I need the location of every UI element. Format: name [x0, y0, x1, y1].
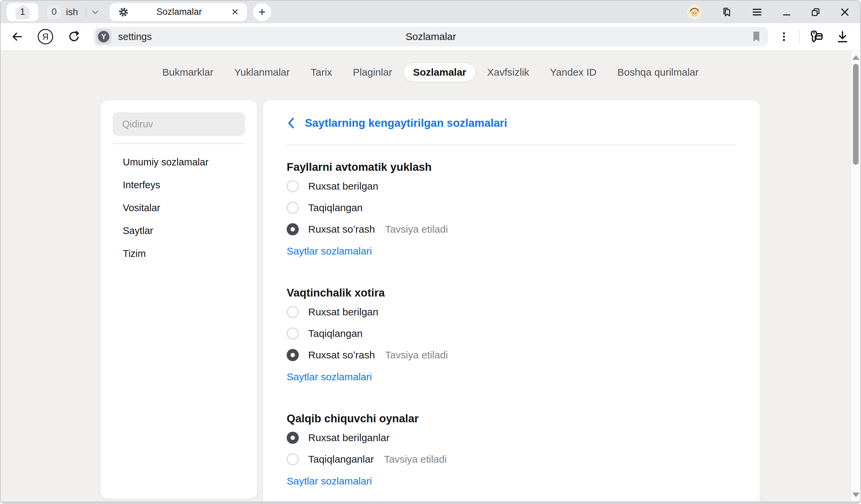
radio-icon[interactable]	[287, 180, 299, 192]
radio-icon[interactable]	[287, 327, 299, 340]
back-icon[interactable]	[11, 30, 24, 43]
work-tabs-count: 0	[47, 5, 61, 19]
chevron-down-icon[interactable]	[91, 8, 99, 16]
divider	[287, 144, 736, 145]
settings-main-panel: Saytlarning kengaytirilgan sozlamalari F…	[263, 100, 760, 501]
radio-label[interactable]: Ruxsat soʻrash	[308, 349, 375, 361]
new-tab-button[interactable]: +	[253, 3, 271, 21]
page-heading[interactable]: Saytlarning kengaytirilgan sozlamalari	[287, 116, 736, 130]
chevron-left-icon[interactable]	[287, 117, 296, 129]
site-badge-icon: Y	[98, 31, 109, 42]
radio-option[interactable]: Taqiqlanganlar Tavsiya etiladi	[287, 452, 736, 467]
section-title: Vaqtinchalik xotira	[287, 286, 736, 299]
tab-plaginlar[interactable]: Plaginlar	[344, 63, 401, 81]
radio-option[interactable]: Ruxsat soʻrash Tavsiya etiladi	[287, 222, 736, 237]
radio-option[interactable]: Ruxsat soʻrash Tavsiya etiladi	[287, 348, 736, 362]
window-controls	[687, 4, 850, 20]
window-close-icon[interactable]	[839, 7, 850, 17]
divider	[799, 30, 800, 44]
tab-yandex-id[interactable]: Yandex ID	[541, 63, 605, 81]
gear-icon	[119, 7, 128, 17]
menu-icon[interactable]	[751, 6, 763, 18]
radio-option[interactable]: Taqiqlangan	[287, 200, 736, 215]
tab-sozlamalar[interactable]: Sozlamalar	[404, 63, 475, 81]
radio-option[interactable]: Taqiqlangan	[287, 326, 736, 341]
radio-icon[interactable]	[287, 223, 299, 235]
radio-label[interactable]: Taqiqlangan	[308, 328, 363, 339]
address-bar[interactable]: Y settings Sozlamalar	[94, 27, 768, 46]
radio-label[interactable]: Ruxsat soʻrash	[308, 224, 375, 235]
radio-option[interactable]: Ruxsat berilgan	[287, 305, 736, 319]
browser-window: 1 0 ish Sozlamalar ✕ +	[0, 0, 861, 504]
bookmarks-panel-icon[interactable]	[721, 6, 733, 18]
radio-label[interactable]: Ruxsat berilgan	[308, 181, 378, 192]
radio-note: Tavsiya etiladi	[384, 453, 447, 465]
minimize-icon[interactable]	[782, 7, 792, 17]
radio-icon[interactable]	[287, 453, 299, 465]
tab-yuklanmalar[interactable]: Yuklanmalar	[226, 63, 298, 81]
scroll-up-icon[interactable]	[852, 55, 860, 60]
radio-label[interactable]: Ruxsat berilgan	[308, 306, 378, 318]
tab-group-shape-icon: 1	[15, 5, 30, 19]
radio-label[interactable]: Taqiqlanganlar	[308, 453, 374, 465]
tab-strip: 1 0 ish Sozlamalar ✕ +	[1, 1, 860, 23]
divider	[85, 7, 86, 17]
password-manager-icon[interactable]	[808, 29, 824, 44]
bookmark-icon[interactable]	[751, 31, 762, 43]
scrollbar-thumb[interactable]	[853, 64, 859, 165]
scroll-down-icon[interactable]	[852, 493, 860, 497]
radio-icon[interactable]	[287, 349, 299, 361]
sidebar-item-umumiy-sozlamalar[interactable]: Umumiy sozlamalar	[113, 151, 245, 173]
site-settings-link[interactable]: Saytlar sozlamalari	[287, 371, 372, 383]
page-title: Sozlamalar	[406, 31, 456, 42]
settings-nav: Bukmarklar Yuklanmalar Tarix Plaginlar S…	[1, 63, 860, 81]
page-heading-title[interactable]: Saytlarning kengaytirilgan sozlamalari	[305, 117, 507, 129]
section-auto-download: Fayllarni avtomatik yuklash Ruxsat beril…	[287, 161, 736, 257]
refresh-icon[interactable]	[67, 30, 81, 43]
sidebar-item-vositalar[interactable]: Vositalar	[113, 196, 245, 219]
settings-page: Bukmarklar Yuklanmalar Tarix Plaginlar S…	[1, 51, 860, 501]
yandex-home-icon[interactable]: Я	[38, 29, 53, 44]
radio-option[interactable]: Ruxsat berilganlar	[287, 430, 736, 445]
radio-label[interactable]: Taqiqlangan	[308, 202, 363, 213]
section-title: Qalqib chiquvchi oynalar	[287, 412, 736, 425]
sidebar-item-tizim[interactable]: Tizim	[113, 242, 245, 265]
radio-icon[interactable]	[287, 432, 299, 444]
tab-xavfsizlik[interactable]: Xavfsizlik	[478, 63, 538, 81]
address-input[interactable]: settings	[118, 31, 152, 42]
sidebar-item-interfeys[interactable]: Interfeys	[113, 173, 245, 196]
settings-columns: Umumiy sozlamalar Interfeys Vositalar Sa…	[1, 100, 860, 501]
work-tabs-label: ish	[66, 7, 78, 17]
section-cache: Vaqtinchalik xotira Ruxsat berilgan Taqi…	[287, 286, 736, 383]
close-tab-icon[interactable]: ✕	[230, 7, 240, 17]
work-tabs-switcher[interactable]: 0 ish	[47, 5, 99, 19]
browser-tab-settings[interactable]: Sozlamalar ✕	[110, 3, 247, 21]
radio-icon[interactable]	[287, 306, 299, 318]
search-input[interactable]	[113, 112, 245, 136]
restore-icon[interactable]	[810, 7, 821, 17]
download-icon[interactable]	[835, 30, 850, 44]
site-favicon: Y	[96, 29, 111, 44]
radio-note: Tavsiya etiladi	[385, 349, 448, 361]
radio-icon[interactable]	[287, 202, 299, 214]
sidebar-item-saytlar[interactable]: Saytlar	[113, 219, 245, 242]
yandex-logo-letter: Я	[42, 32, 49, 42]
section-popups: Qalqib chiquvchi oynalar Ruxsat berilgan…	[287, 412, 736, 487]
radio-label[interactable]: Ruxsat berilganlar	[308, 432, 390, 444]
tab-tarix[interactable]: Tarix	[302, 63, 341, 81]
divider	[113, 143, 245, 144]
radio-option[interactable]: Ruxsat berilgan	[287, 179, 736, 194]
site-settings-link[interactable]: Saytlar sozlamalari	[287, 246, 372, 257]
sidebar-list: Umumiy sozlamalar Interfeys Vositalar Sa…	[113, 151, 245, 265]
tab-group-count: 1	[20, 7, 25, 17]
tab-title: Sozlamalar	[128, 7, 230, 17]
more-menu-icon[interactable]	[778, 31, 790, 42]
site-settings-link[interactable]: Saytlar sozlamalari	[287, 475, 372, 487]
scrollbar[interactable]	[851, 51, 860, 501]
tab-group-button[interactable]: 1	[7, 3, 38, 21]
tab-bukmarklar[interactable]: Bukmarklar	[154, 63, 222, 81]
avatar[interactable]	[687, 4, 702, 20]
browser-toolbar: Я Y settings Sozlamalar	[1, 23, 860, 51]
radio-note: Tavsiya etiladi	[385, 224, 448, 235]
tab-boshqa-qurilmalar[interactable]: Boshqa qurilmalar	[609, 63, 708, 81]
